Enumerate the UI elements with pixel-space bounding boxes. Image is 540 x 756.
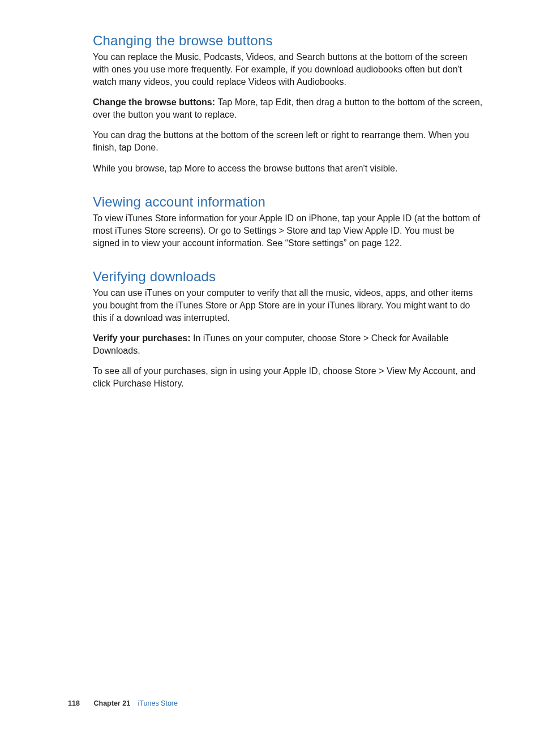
chapter-title: iTunes Store — [138, 699, 178, 707]
para: You can replace the Music, Podcasts, Vid… — [93, 51, 483, 88]
para-task: Verify your purchases: In iTunes on your… — [93, 332, 483, 357]
para: You can use iTunes on your computer to v… — [93, 287, 483, 324]
section-verifying-downloads: Verifying downloads You can use iTunes o… — [93, 269, 483, 390]
heading-verifying-downloads: Verifying downloads — [93, 269, 483, 285]
section-changing-browse-buttons: Changing the browse buttons You can repl… — [93, 33, 483, 175]
para: You can drag the buttons at the bottom o… — [93, 129, 483, 154]
page-number: 118 — [68, 699, 92, 707]
task-label: Change the browse buttons: — [93, 97, 217, 107]
chapter-label: Chapter 21 — [93, 699, 130, 707]
para: To view iTunes Store information for you… — [93, 212, 483, 250]
task-label: Verify your purchases: — [93, 333, 193, 343]
document-page: Changing the browse buttons You can repl… — [0, 0, 540, 756]
page-footer: 118 Chapter 21 iTunes Store — [68, 699, 483, 707]
para: While you browse, tap More to access the… — [93, 162, 483, 175]
section-viewing-account: Viewing account information To view iTun… — [93, 194, 483, 250]
para: To see all of your purchases, sign in us… — [93, 365, 483, 390]
para-task: Change the browse buttons: Tap More, tap… — [93, 96, 483, 121]
heading-viewing-account: Viewing account information — [93, 194, 483, 210]
heading-changing-browse: Changing the browse buttons — [93, 33, 483, 49]
